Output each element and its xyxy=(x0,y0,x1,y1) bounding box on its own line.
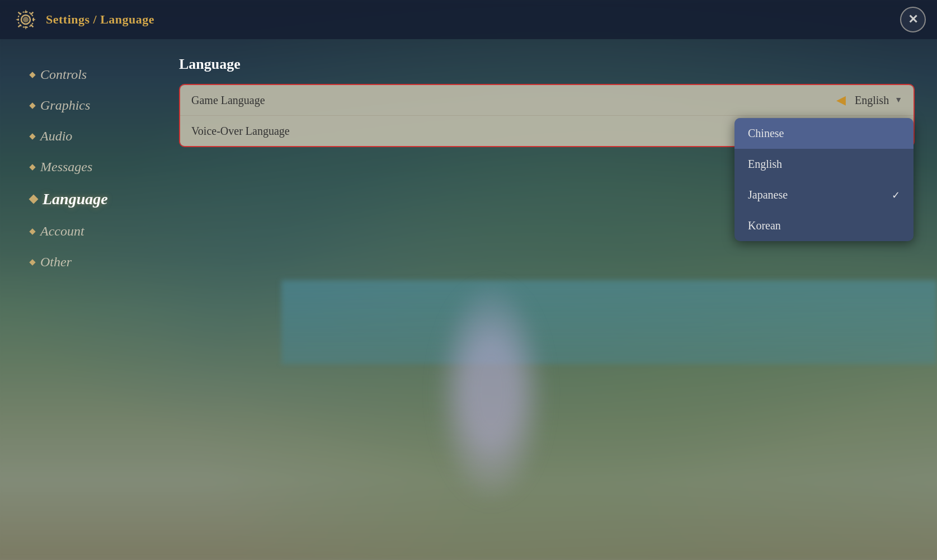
bullet-icon xyxy=(29,72,35,78)
bullet-icon xyxy=(29,102,35,109)
game-language-value: English xyxy=(855,94,889,107)
game-language-dropdown-arrow[interactable]: ▼ xyxy=(894,96,902,105)
sidebar-item-label: Account xyxy=(40,224,84,239)
section-title: Language xyxy=(179,56,915,73)
header: Settings / Language ✕ xyxy=(0,0,937,39)
dropdown-item-label: English xyxy=(748,158,782,171)
dropdown-item-korean[interactable]: Korean xyxy=(734,210,914,241)
header-left: Settings / Language xyxy=(13,7,154,32)
active-diamond-icon xyxy=(29,195,39,204)
sidebar-item-audio[interactable]: Audio xyxy=(22,123,157,149)
sidebar-item-label: Graphics xyxy=(40,98,90,113)
bullet-icon xyxy=(29,133,35,139)
sidebar: Controls Graphics Audio Messages Languag… xyxy=(0,39,168,560)
game-language-row: Game Language ◀ English ▼ xyxy=(180,85,914,116)
close-button[interactable]: ✕ xyxy=(900,7,926,32)
bullet-icon xyxy=(29,164,35,170)
sidebar-item-label: Audio xyxy=(40,129,72,144)
language-dropdown-menu: Chinese English Japanese ✓ Korean xyxy=(734,118,914,241)
gear-icon xyxy=(13,7,38,32)
bullet-icon xyxy=(29,228,35,234)
sidebar-item-graphics[interactable]: Graphics xyxy=(22,92,157,119)
dropdown-item-label: Korean xyxy=(748,219,781,232)
dropdown-item-label: Japanese xyxy=(748,189,788,201)
sidebar-item-label: Controls xyxy=(40,67,87,82)
dropdown-item-english[interactable]: English xyxy=(734,149,914,180)
dropdown-item-japanese[interactable]: Japanese ✓ xyxy=(734,180,914,210)
settings-panel: Game Language ◀ English ▼ Voice-Over Lan… xyxy=(179,84,915,147)
game-language-label: Game Language xyxy=(191,94,836,107)
sidebar-item-account[interactable]: Account xyxy=(22,218,157,244)
header-title: Settings / Language xyxy=(46,12,154,27)
sidebar-item-label: Messages xyxy=(40,159,92,175)
sidebar-item-language[interactable]: Language xyxy=(22,185,157,214)
game-language-arrow-left[interactable]: ◀ xyxy=(836,93,846,107)
dropdown-item-chinese[interactable]: Chinese xyxy=(734,118,914,149)
svg-point-1 xyxy=(23,17,29,22)
sidebar-item-label: Other xyxy=(40,255,72,270)
bullet-icon xyxy=(29,259,35,265)
sidebar-item-label: Language xyxy=(43,190,108,208)
content-area: Language Game Language ◀ English ▼ Voice… xyxy=(168,39,937,560)
sidebar-item-messages[interactable]: Messages xyxy=(22,154,157,180)
main-content: Controls Graphics Audio Messages Languag… xyxy=(0,39,937,560)
voice-over-language-row: Voice-Over Language ◀ Japanese ▼ Chinese… xyxy=(180,116,914,146)
sidebar-item-controls[interactable]: Controls xyxy=(22,62,157,88)
checkmark-icon: ✓ xyxy=(892,189,900,201)
sidebar-item-other[interactable]: Other xyxy=(22,249,157,275)
dropdown-item-label: Chinese xyxy=(748,127,784,140)
